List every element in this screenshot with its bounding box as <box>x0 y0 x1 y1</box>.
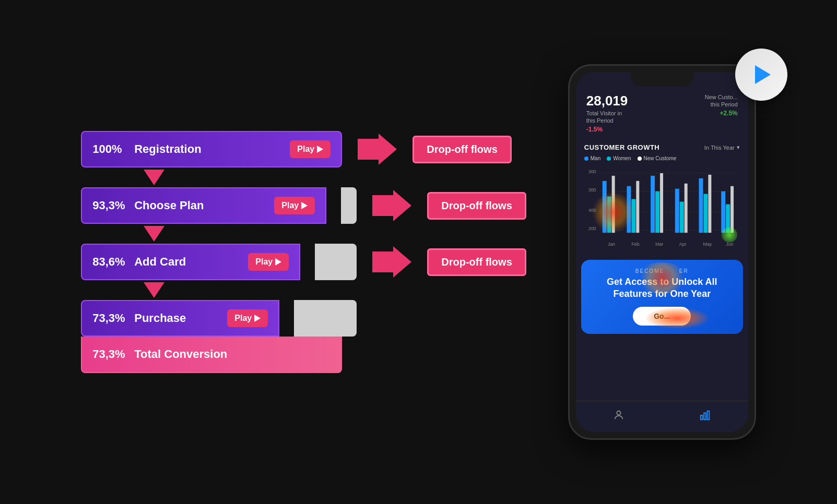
svg-rect-11 <box>627 186 631 233</box>
phone-section: 28,019 Total Visitor in this Period -1.5… <box>568 64 756 440</box>
upsell-become-label: BECOME ER <box>590 268 735 274</box>
dropoff-label-3[interactable]: Drop-off flows <box>427 248 526 276</box>
funnel-percent-add-card: 83,6% <box>92 255 134 269</box>
play-triangle-icon <box>317 146 323 153</box>
chart-section: CUSTOMER GROWTH In This Year ▾ Man <box>576 138 748 256</box>
svg-rect-17 <box>675 189 679 233</box>
play-button-registration[interactable]: Play <box>290 140 331 158</box>
funnel-row-choose-plan: 93,3% Choose Plan Play Drop-off flows <box>81 187 526 224</box>
funnel-label-add-card: Add Card <box>134 255 248 269</box>
funnel-label-total: Total Conversion <box>134 347 331 361</box>
legend-label-man: Man <box>591 155 600 161</box>
arrow-tip-2 <box>393 190 411 221</box>
play-triangle-icon-3 <box>275 258 281 266</box>
svg-text:Apr: Apr <box>679 242 687 247</box>
chart-filter[interactable]: In This Year ▾ <box>704 144 740 151</box>
dropoff-label-1[interactable]: Drop-off flows <box>412 136 512 163</box>
gray-block-add-card <box>315 244 357 280</box>
svg-rect-23 <box>721 191 725 233</box>
visitor-count: 28,019 <box>586 93 628 109</box>
new-cust-change: +2.5% <box>705 110 738 117</box>
funnel-section: 100% Registration Play Drop-off flows 93… <box>81 131 526 373</box>
arrow-tip-1 <box>379 134 397 165</box>
play-button-add-card[interactable]: Play <box>248 253 289 271</box>
funnel-bar-registration: 100% Registration Play <box>81 131 342 167</box>
chart-filter-chevron: ▾ <box>737 144 740 151</box>
play-label-registration: Play <box>297 145 314 154</box>
phone-notch <box>631 72 693 87</box>
legend-man: Man <box>584 155 600 161</box>
arrow-body-2 <box>372 195 393 216</box>
dropoff-arrow-2 <box>372 190 411 221</box>
svg-rect-15 <box>655 191 659 233</box>
new-cust-label-2: this Period <box>705 101 738 107</box>
funnel-row-add-card: 83,6% Add Card Play Drop-off flows <box>81 244 526 280</box>
new-cust-label-1: New Custo... <box>705 94 738 100</box>
upsell-title: Get Access to Unlock All Features for On… <box>590 276 735 301</box>
play-label-choose-plan: Play <box>281 201 299 210</box>
svg-rect-12 <box>631 199 635 233</box>
legend-new-custome: New Custome <box>638 155 677 161</box>
svg-text:400: 400 <box>588 208 596 213</box>
funnel-label-choose-plan: Choose Plan <box>134 199 274 212</box>
main-container: 100% Registration Play Drop-off flows 93… <box>0 0 837 504</box>
svg-rect-13 <box>636 181 639 233</box>
funnel-bar-choose-plan: 93,3% Choose Plan Play <box>81 187 326 224</box>
dropoff-label-2[interactable]: Drop-off flows <box>427 192 526 220</box>
svg-rect-34 <box>704 413 706 419</box>
funnel-label-purchase: Purchase <box>134 311 227 325</box>
chart-filter-label: In This Year <box>704 145 735 151</box>
legend-women: Women <box>607 155 631 161</box>
legend-dot-man <box>584 157 588 161</box>
svg-text:300: 300 <box>588 187 596 193</box>
svg-rect-16 <box>660 173 663 233</box>
svg-text:300: 300 <box>588 169 596 174</box>
svg-rect-22 <box>708 175 711 233</box>
upsell-button-area: Go... <box>590 307 735 326</box>
svg-text:Feb: Feb <box>631 242 639 247</box>
chart-container: 300 300 400 200 <box>584 165 740 250</box>
svg-rect-35 <box>708 411 710 420</box>
gray-block-purchase <box>294 300 357 337</box>
play-triangle-icon-2 <box>301 202 308 209</box>
connector-2 <box>81 226 164 242</box>
play-button-choose-plan[interactable]: Play <box>274 197 315 214</box>
svg-text:Jan: Jan <box>607 242 615 247</box>
svg-rect-25 <box>730 186 734 233</box>
svg-rect-24 <box>726 204 730 233</box>
connector-3 <box>81 282 164 298</box>
arrow-tip-3 <box>393 246 411 278</box>
upsell-card: BECOME ER Get Access to Unlock All Featu… <box>581 260 743 334</box>
funnel-percent-choose-plan: 93,3% <box>92 199 134 212</box>
svg-rect-33 <box>701 415 703 419</box>
svg-rect-18 <box>680 202 684 233</box>
gray-block-choose-plan <box>341 187 357 224</box>
nav-person-icon[interactable] <box>613 410 624 424</box>
upsell-cta-button[interactable]: Go... <box>633 307 691 326</box>
chart-svg: 300 300 400 200 <box>584 165 740 248</box>
dropoff-arrow-3 <box>372 246 411 278</box>
svg-rect-21 <box>703 194 708 233</box>
funnel-bar-total: 73,3% Total Conversion <box>81 337 342 373</box>
arrow-down-3 <box>144 282 164 298</box>
nav-chart-icon[interactable] <box>699 410 711 424</box>
stat-new-customers: New Custo... this Period +2.5% <box>705 93 738 117</box>
play-circle-button[interactable] <box>735 49 787 101</box>
funnel-percent-purchase: 73,3% <box>92 311 134 325</box>
svg-text:200: 200 <box>588 226 596 231</box>
play-triangle-icon-4 <box>254 315 261 322</box>
phone-screen: 28,019 Total Visitor in this Period -1.5… <box>576 72 748 432</box>
svg-rect-9 <box>607 197 611 233</box>
svg-rect-14 <box>651 176 655 233</box>
legend-label-women: Women <box>613 155 631 161</box>
arrow-down-2 <box>144 226 164 242</box>
visitor-label-2: this Period <box>586 117 628 124</box>
svg-rect-19 <box>684 184 687 233</box>
play-label-purchase: Play <box>234 314 252 323</box>
svg-rect-10 <box>611 176 615 233</box>
play-button-purchase[interactable]: Play <box>227 309 268 327</box>
funnel-row-purchase: 73,3% Purchase Play <box>81 300 357 337</box>
dropoff-arrow-1 <box>358 134 397 165</box>
arrow-down-1 <box>144 170 164 185</box>
play-circle-icon <box>755 65 771 84</box>
